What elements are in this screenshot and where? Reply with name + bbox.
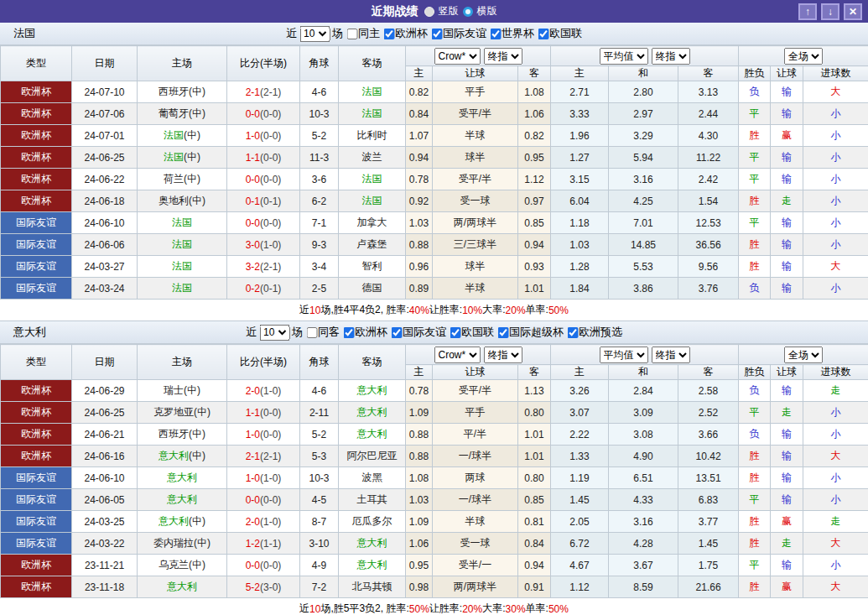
cell-handicap-line: 半球 xyxy=(433,125,518,147)
cell-competition: 国际友谊 xyxy=(1,489,72,511)
competition-checkbox[interactable] xyxy=(431,29,442,39)
cell-avg-draw-odds: 4.28 xyxy=(609,533,678,555)
average-select[interactable]: 平均值 xyxy=(600,48,648,65)
bookmaker-select[interactable]: Crow* xyxy=(434,48,481,65)
same-venue-label[interactable]: 同客 xyxy=(318,325,340,340)
match-count-select[interactable]: 10 xyxy=(299,26,330,42)
cell-date: 23-11-18 xyxy=(72,576,138,598)
cell-handicap-home-odds: 1.09 xyxy=(406,511,433,533)
competition-checkbox[interactable] xyxy=(497,327,508,338)
competition-label[interactable]: 国际友谊 xyxy=(443,26,486,41)
same-venue-checkbox[interactable] xyxy=(346,29,357,39)
period-select[interactable]: 全场 xyxy=(784,347,823,363)
cell-result-goals: 走 xyxy=(803,380,868,402)
cell-avg-away-odds: 2.52 xyxy=(678,402,739,424)
cell-result-wdl: 胜 xyxy=(739,511,771,533)
away-team-name: 波兰 xyxy=(362,151,382,163)
bookmaker-line-select[interactable]: 终指 xyxy=(484,48,522,65)
cell-result-goals: 小 xyxy=(803,489,868,511)
summary-segment: 单率: xyxy=(526,303,548,317)
competition-checkbox[interactable] xyxy=(490,29,501,39)
cell-away-team: 智利 xyxy=(339,256,406,278)
cell-avg-draw-odds: 3.08 xyxy=(609,424,678,446)
cell-handicap-away-odds: 0.97 xyxy=(518,190,551,212)
competition-label[interactable]: 国际超级杯 xyxy=(509,325,564,340)
subcolumn-header: 胜负 xyxy=(739,66,771,81)
summary-segment: 场,胜5平3负2, 胜率: xyxy=(320,602,408,615)
cell-result-handicap: 走 xyxy=(771,402,803,424)
near-label: 近 xyxy=(286,26,297,41)
cell-date: 24-03-25 xyxy=(72,511,138,533)
cell-avg-draw-odds: 4.25 xyxy=(609,190,678,212)
same-venue-label[interactable]: 同主 xyxy=(358,26,380,41)
cell-handicap-line: 一/球半 xyxy=(433,446,518,467)
full-time-score: 1-0 xyxy=(246,472,260,484)
period-select[interactable]: 全场 xyxy=(784,48,823,65)
cell-result-handicap: 输 xyxy=(771,169,803,190)
competition-checkbox[interactable] xyxy=(567,327,578,338)
cell-away-team: 意大利 xyxy=(339,424,406,446)
horizontal-layout-label[interactable]: 横版 xyxy=(477,4,497,18)
horizontal-layout-radio[interactable] xyxy=(463,7,473,17)
home-team-name: 荷兰 xyxy=(164,173,184,185)
bookmaker-select[interactable]: Crow* xyxy=(434,347,481,363)
cell-handicap-home-odds: 0.78 xyxy=(406,380,433,402)
subcolumn-header: 客 xyxy=(678,365,739,380)
competition-label[interactable]: 国际友谊 xyxy=(403,325,446,340)
match-row: 国际友谊24-06-05意大利0-0(0-0)4-5土耳其1.03一/球半0.8… xyxy=(1,489,868,511)
column-header: 比分(半场) xyxy=(227,345,300,380)
match-count-select[interactable]: 10 xyxy=(259,325,289,341)
competition-label[interactable]: 欧洲杯 xyxy=(355,325,387,340)
cell-away-team: 卢森堡 xyxy=(339,234,406,256)
cell-home-team: 意大利(中) xyxy=(138,511,227,533)
summary-segment: 50% xyxy=(409,603,429,615)
half-time-score: (0-0) xyxy=(260,130,281,142)
away-team-name: 北马其顿 xyxy=(352,581,392,592)
cell-result-handicap: 输 xyxy=(771,234,803,256)
competition-checkbox[interactable] xyxy=(538,29,548,39)
cell-avg-draw-odds: 2.80 xyxy=(609,81,678,103)
cell-result-wdl: 负 xyxy=(739,81,771,103)
home-team-name: 法国 xyxy=(172,216,192,228)
full-time-score: 0-0 xyxy=(246,560,260,571)
competition-label[interactable]: 欧国联 xyxy=(549,26,582,41)
cell-result-goals: 小 xyxy=(803,147,868,169)
cell-home-team: 西班牙(中) xyxy=(138,81,227,103)
half-time-score: (0-0) xyxy=(260,152,281,164)
cell-away-team: 法国 xyxy=(339,169,406,190)
home-venue-suffix: (中) xyxy=(189,559,205,571)
competition-checkbox[interactable] xyxy=(450,327,460,338)
bookmaker-line-select[interactable]: 终指 xyxy=(484,347,522,363)
cell-score: 3-0(1-0) xyxy=(227,234,300,256)
competition-checkbox[interactable] xyxy=(391,327,402,338)
cell-handicap-away-odds: 0.94 xyxy=(518,234,551,256)
team-name: 法国 xyxy=(0,26,35,41)
competition-label[interactable]: 欧洲预选 xyxy=(579,325,622,340)
vertical-layout-label[interactable]: 竖版 xyxy=(439,4,459,18)
same-venue-checkbox[interactable] xyxy=(306,327,317,338)
cell-date: 24-06-18 xyxy=(72,190,138,212)
cell-result-wdl: 胜 xyxy=(739,467,771,489)
summary-row: 近10场,胜5平3负2, 胜率:50% 让胜率:20% 大率:30% 单率:50… xyxy=(0,598,868,615)
cell-handicap-line: 受平/半 xyxy=(433,380,518,402)
cell-competition: 国际友谊 xyxy=(1,533,72,555)
cell-result-goals: 小 xyxy=(803,212,868,234)
match-row: 国际友谊24-06-06法国3-0(1-0)9-3卢森堡0.88三/三球半0.9… xyxy=(1,234,868,256)
average-line-select[interactable]: 终指 xyxy=(652,347,690,363)
match-row: 国际友谊24-03-24法国0-2(0-1)2-5德国0.89半球1.011.8… xyxy=(1,278,868,300)
competition-checkbox[interactable] xyxy=(343,327,354,338)
cell-corners: 10-3 xyxy=(300,467,339,489)
competition-label[interactable]: 世界杯 xyxy=(502,26,534,41)
vertical-layout-radio[interactable] xyxy=(424,7,434,17)
match-row: 欧洲杯24-06-16意大利(中)2-1(2-1)5-3阿尔巴尼亚0.88一/球… xyxy=(1,446,868,467)
average-line-select[interactable]: 终指 xyxy=(652,48,690,65)
summary-segment: 单率: xyxy=(526,602,548,615)
average-select[interactable]: 平均值 xyxy=(600,347,648,363)
competition-checkbox[interactable] xyxy=(383,29,394,39)
away-team-name: 加拿大 xyxy=(357,216,387,228)
match-row: 欧洲杯24-06-22荷兰(中)0-0(0-0)3-6法国0.78受平/半1.1… xyxy=(1,169,868,190)
competition-label[interactable]: 欧洲杯 xyxy=(395,26,428,41)
cell-corners: 7-2 xyxy=(300,576,339,598)
cell-avg-away-odds: 11.22 xyxy=(678,147,739,169)
competition-label[interactable]: 欧国联 xyxy=(461,325,494,340)
